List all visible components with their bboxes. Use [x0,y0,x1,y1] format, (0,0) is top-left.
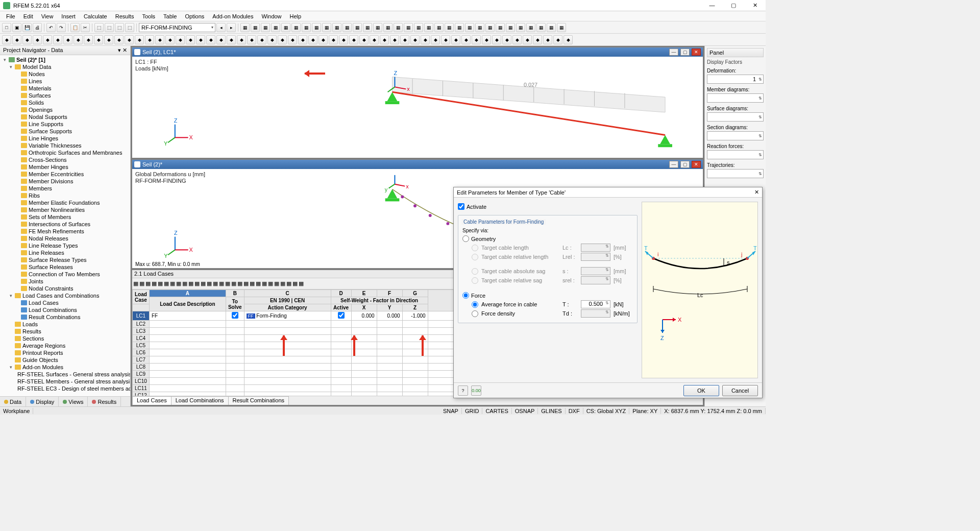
tree-item[interactable]: Results [2,328,128,335]
view-close-button[interactable]: ✕ [692,49,701,56]
toolbar-button[interactable]: ◆ [421,35,430,44]
toolbar-button[interactable]: ◆ [553,35,562,44]
toolbar-button[interactable]: 🖨 [33,23,42,32]
tab-load-combinations[interactable]: Load Combinations [171,396,229,405]
toolbar-button[interactable]: ◆ [543,35,552,44]
table-toolbar-button[interactable]: ▦ [152,280,157,287]
toolbar-button[interactable]: ⬚ [94,23,104,32]
toolbar-button[interactable]: ▦ [342,23,352,32]
toolbar-button[interactable]: ▦ [363,23,372,32]
toolbar-button[interactable]: ◆ [329,35,338,44]
table-toolbar-button[interactable]: ▦ [213,280,218,287]
radio-force-density[interactable] [472,310,478,317]
view-min-button[interactable]: — [669,161,678,168]
toolbar-button[interactable]: ◆ [512,35,522,44]
toolbar-button[interactable]: ◆ [267,35,277,44]
toolbar-button[interactable]: ◆ [114,35,124,44]
table-toolbar-button[interactable]: ▦ [299,280,304,287]
tree-item[interactable]: Connection of Two Members [2,271,128,278]
menu-insert[interactable]: Insert [57,12,80,20]
tree-item[interactable]: FE Mesh Refinements [2,228,128,235]
status-dxf[interactable]: DXF [566,408,583,414]
toolbar-button[interactable]: ◆ [63,35,72,44]
toolbar-button[interactable]: ◆ [339,35,348,44]
view-close-button[interactable]: ✕ [692,161,701,168]
toolbar-button[interactable]: ◆ [94,35,103,44]
toolbar-button[interactable]: ◆ [288,35,297,44]
toolbar-button[interactable]: ▦ [424,23,433,32]
toolbar-button[interactable]: ◆ [165,35,175,44]
status-grid[interactable]: GRID [462,408,483,414]
dialog-default-button[interactable]: 0.00 [471,385,481,396]
toolbar-button[interactable]: ▦ [526,23,535,32]
reaction-forces-factor[interactable] [707,150,764,159]
toolbar-button[interactable]: ◆ [216,35,226,44]
toolbar-button[interactable]: ▦ [261,23,270,32]
tree-item[interactable]: Member Nonlinearities [2,206,128,213]
toolbar-button[interactable]: ↶ [46,23,56,32]
toolbar-button[interactable]: ◆ [533,35,542,44]
toolbar-button[interactable]: ⬚ [105,23,114,32]
tree-item[interactable]: Sets of Members [2,213,128,221]
table-toolbar-button[interactable]: ▦ [274,280,279,287]
trajectories-factor[interactable] [707,169,764,178]
toolbar-button[interactable]: ◆ [492,35,501,44]
tree-item[interactable]: Loads [2,321,128,328]
status-glines[interactable]: GLINES [538,408,565,414]
menu-options[interactable]: Options [181,12,208,20]
tree-item[interactable]: RF-STEEL Surfaces - General stress analy… [2,371,128,378]
tree-item[interactable]: Member Eccentricities [2,171,128,178]
toolbar-button[interactable]: ▦ [394,23,403,32]
toolbar-button[interactable]: ◆ [349,35,358,44]
table-toolbar-button[interactable]: ▦ [237,280,242,287]
tree-item[interactable]: Printout Reports [2,349,128,356]
toolbar-button[interactable]: 💾 [22,23,32,32]
toolbar-button[interactable]: ▦ [557,23,566,32]
toolbar-button[interactable]: ▦ [475,23,484,32]
menu-table[interactable]: Table [159,12,181,20]
radio-force[interactable]: Force [462,292,633,299]
tree-item[interactable]: Line Releases [2,249,128,256]
status-snap[interactable]: SNAP [440,408,462,414]
member-diagram-factor[interactable] [707,93,764,103]
dialog-cancel-button[interactable]: Cancel [722,385,758,396]
table-toolbar-button[interactable]: ▦ [158,280,163,287]
tree-item[interactable]: Materials [2,85,128,92]
tree-item[interactable]: Sections [2,335,128,342]
toolbar-button[interactable]: ◆ [33,35,42,44]
table-toolbar-button[interactable]: ▦ [256,280,261,287]
toolbar-button[interactable]: ◆ [145,35,154,44]
toolbar-button[interactable]: ▦ [547,23,556,32]
tree-item[interactable]: Cross-Sections [2,156,128,163]
tree-item[interactable]: Surface Release Types [2,256,128,263]
toolbar-button[interactable]: ▦ [302,23,311,32]
toolbar-button[interactable]: ◆ [410,35,420,44]
toolbar-button[interactable]: ◆ [12,35,21,44]
nav-tab-results[interactable]: Results [88,397,121,406]
menu-window[interactable]: Window [257,12,285,20]
nav-tab-display[interactable]: Display [26,397,59,406]
toolbar-button[interactable]: ◆ [104,35,113,44]
module-combo[interactable]: RF-FORM-FINDING [139,23,215,32]
toolbar-button[interactable]: ◆ [390,35,399,44]
table-toolbar-button[interactable]: ▦ [292,280,298,287]
toolbar-button[interactable]: ◆ [380,35,389,44]
toolbar-button[interactable]: ◆ [227,35,236,44]
toolbar-button[interactable]: ◆ [308,35,317,44]
table-toolbar-button[interactable]: ▦ [268,280,273,287]
table-toolbar-button[interactable]: ▦ [219,280,224,287]
navigator-tools[interactable]: ▾ ✕ [118,47,127,54]
toolbar-button[interactable]: 📋 [70,23,80,32]
menu-results[interactable]: Results [111,12,138,20]
tree-item[interactable]: Member Hinges [2,163,128,171]
toolbar-button[interactable]: ◆ [318,35,328,44]
table-toolbar-button[interactable]: ▦ [207,280,212,287]
toolbar-button[interactable]: ◆ [125,35,134,44]
toolbar-button[interactable]: ◆ [472,35,481,44]
toolbar-button[interactable]: ▦ [373,23,382,32]
table-toolbar-button[interactable]: ▦ [133,280,138,287]
toolbar-button[interactable]: ↷ [57,23,66,32]
toolbar-button[interactable]: ◆ [206,35,215,44]
table-toolbar-button[interactable]: ▦ [182,280,187,287]
radio-avg-force[interactable] [472,301,478,308]
